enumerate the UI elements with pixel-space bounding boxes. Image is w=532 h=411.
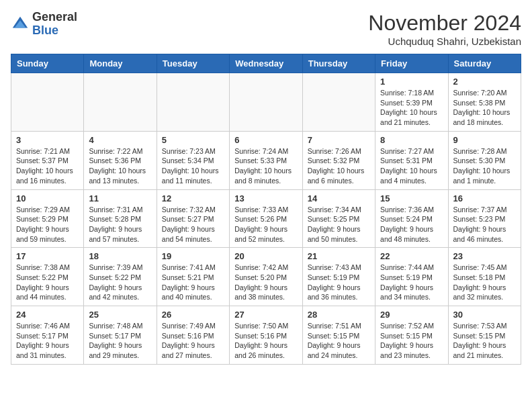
day-info: Sunrise: 7:53 AM Sunset: 5:15 PM Dayligh… [453,321,516,361]
calendar-cell: 2Sunrise: 7:20 AM Sunset: 5:38 PM Daylig… [448,73,521,132]
day-number: 16 [453,193,516,203]
day-number: 28 [308,310,370,320]
day-info: Sunrise: 7:37 AM Sunset: 5:23 PM Dayligh… [453,205,516,244]
day-info: Sunrise: 7:27 AM Sunset: 5:31 PM Dayligh… [380,146,443,186]
calendar-cell: 24Sunrise: 7:46 AM Sunset: 5:17 PM Dayli… [11,306,84,365]
calendar-cell: 29Sunrise: 7:52 AM Sunset: 5:15 PM Dayli… [375,306,448,365]
day-number: 8 [380,135,443,145]
calendar-cell: 30Sunrise: 7:53 AM Sunset: 5:15 PM Dayli… [448,306,521,365]
day-info: Sunrise: 7:24 AM Sunset: 5:33 PM Dayligh… [234,146,297,186]
calendar-cell [230,73,302,132]
calendar-cell: 4Sunrise: 7:22 AM Sunset: 5:36 PM Daylig… [84,131,157,189]
column-header-sunday: Sunday [11,54,84,73]
day-info: Sunrise: 7:50 AM Sunset: 5:16 PM Dayligh… [234,321,297,361]
day-number: 29 [380,310,443,320]
calendar-week-row: 1Sunrise: 7:18 AM Sunset: 5:39 PM Daylig… [11,73,521,132]
day-number: 21 [308,251,370,261]
day-info: Sunrise: 7:43 AM Sunset: 5:19 PM Dayligh… [308,263,370,302]
calendar-cell: 21Sunrise: 7:43 AM Sunset: 5:19 PM Dayli… [302,248,375,306]
day-info: Sunrise: 7:42 AM Sunset: 5:20 PM Dayligh… [234,263,297,302]
calendar-cell: 5Sunrise: 7:23 AM Sunset: 5:34 PM Daylig… [157,131,229,189]
column-header-saturday: Saturday [448,54,521,73]
title-block: November 2024 Uchquduq Shahri, Uzbekista… [368,11,521,47]
calendar-cell: 7Sunrise: 7:26 AM Sunset: 5:32 PM Daylig… [302,131,375,189]
location: Uchquduq Shahri, Uzbekistan [368,36,521,47]
calendar-cell: 16Sunrise: 7:37 AM Sunset: 5:23 PM Dayli… [448,189,521,248]
month-title: November 2024 [368,11,521,36]
day-number: 15 [380,193,443,203]
day-info: Sunrise: 7:23 AM Sunset: 5:34 PM Dayligh… [162,146,224,186]
day-number: 23 [453,251,516,261]
day-info: Sunrise: 7:45 AM Sunset: 5:18 PM Dayligh… [453,263,516,302]
calendar-cell: 27Sunrise: 7:50 AM Sunset: 5:16 PM Dayli… [230,306,302,365]
day-number: 2 [453,77,516,87]
calendar-cell: 9Sunrise: 7:28 AM Sunset: 5:30 PM Daylig… [448,131,521,189]
day-number: 26 [162,310,224,320]
calendar-cell: 8Sunrise: 7:27 AM Sunset: 5:31 PM Daylig… [375,131,448,189]
day-info: Sunrise: 7:18 AM Sunset: 5:39 PM Dayligh… [380,88,443,128]
day-number: 6 [234,135,297,145]
day-info: Sunrise: 7:26 AM Sunset: 5:32 PM Dayligh… [308,146,370,186]
calendar-cell: 6Sunrise: 7:24 AM Sunset: 5:33 PM Daylig… [230,131,302,189]
calendar-cell [11,73,84,132]
column-header-friday: Friday [375,54,448,73]
day-info: Sunrise: 7:39 AM Sunset: 5:22 PM Dayligh… [89,263,151,302]
day-info: Sunrise: 7:41 AM Sunset: 5:21 PM Dayligh… [162,263,224,302]
day-number: 20 [234,251,297,261]
day-info: Sunrise: 7:29 AM Sunset: 5:29 PM Dayligh… [16,205,79,244]
calendar-table: SundayMondayTuesdayWednesdayThursdayFrid… [11,54,521,365]
calendar-week-row: 17Sunrise: 7:38 AM Sunset: 5:22 PM Dayli… [11,248,521,306]
day-number: 14 [308,193,370,203]
calendar-cell [157,73,229,132]
day-info: Sunrise: 7:46 AM Sunset: 5:17 PM Dayligh… [16,321,79,361]
day-number: 7 [308,135,370,145]
day-info: Sunrise: 7:32 AM Sunset: 5:27 PM Dayligh… [162,205,224,244]
day-number: 1 [380,77,443,87]
logo-blue: Blue [32,24,58,37]
day-number: 5 [162,135,224,145]
calendar-cell: 1Sunrise: 7:18 AM Sunset: 5:39 PM Daylig… [375,73,448,132]
day-info: Sunrise: 7:21 AM Sunset: 5:37 PM Dayligh… [16,146,79,186]
calendar-cell: 26Sunrise: 7:49 AM Sunset: 5:16 PM Dayli… [157,306,229,365]
day-number: 19 [162,251,224,261]
day-info: Sunrise: 7:33 AM Sunset: 5:26 PM Dayligh… [234,205,297,244]
day-info: Sunrise: 7:44 AM Sunset: 5:19 PM Dayligh… [380,263,443,302]
day-number: 27 [234,310,297,320]
day-number: 13 [234,193,297,203]
calendar-cell: 18Sunrise: 7:39 AM Sunset: 5:22 PM Dayli… [84,248,157,306]
calendar-cell: 3Sunrise: 7:21 AM Sunset: 5:37 PM Daylig… [11,131,84,189]
day-info: Sunrise: 7:51 AM Sunset: 5:15 PM Dayligh… [308,321,370,361]
day-info: Sunrise: 7:22 AM Sunset: 5:36 PM Dayligh… [89,146,151,186]
column-header-thursday: Thursday [302,54,375,73]
day-number: 12 [162,193,224,203]
calendar-week-row: 24Sunrise: 7:46 AM Sunset: 5:17 PM Dayli… [11,306,521,365]
column-header-tuesday: Tuesday [157,54,229,73]
day-info: Sunrise: 7:36 AM Sunset: 5:24 PM Dayligh… [380,205,443,244]
day-number: 11 [89,193,151,203]
calendar-week-row: 10Sunrise: 7:29 AM Sunset: 5:29 PM Dayli… [11,189,521,248]
logo-text: General Blue [32,11,77,38]
day-number: 18 [89,251,151,261]
day-info: Sunrise: 7:49 AM Sunset: 5:16 PM Dayligh… [162,321,224,361]
logo-general: General [32,10,77,24]
day-number: 25 [89,310,151,320]
page-header: General Blue November 2024 Uchquduq Shah… [11,11,521,47]
calendar-cell [302,73,375,132]
day-number: 24 [16,310,79,320]
logo: General Blue [11,11,77,38]
day-number: 30 [453,310,516,320]
day-number: 9 [453,135,516,145]
day-number: 10 [16,193,79,203]
calendar-cell: 25Sunrise: 7:48 AM Sunset: 5:17 PM Dayli… [84,306,157,365]
day-number: 4 [89,135,151,145]
day-number: 3 [16,135,79,145]
calendar-cell: 10Sunrise: 7:29 AM Sunset: 5:29 PM Dayli… [11,189,84,248]
day-info: Sunrise: 7:38 AM Sunset: 5:22 PM Dayligh… [16,263,79,302]
calendar-week-row: 3Sunrise: 7:21 AM Sunset: 5:37 PM Daylig… [11,131,521,189]
day-info: Sunrise: 7:34 AM Sunset: 5:25 PM Dayligh… [308,205,370,244]
logo-icon [11,15,30,34]
calendar-cell: 12Sunrise: 7:32 AM Sunset: 5:27 PM Dayli… [157,189,229,248]
day-info: Sunrise: 7:31 AM Sunset: 5:28 PM Dayligh… [89,205,151,244]
day-info: Sunrise: 7:20 AM Sunset: 5:38 PM Dayligh… [453,88,516,128]
column-header-monday: Monday [84,54,157,73]
